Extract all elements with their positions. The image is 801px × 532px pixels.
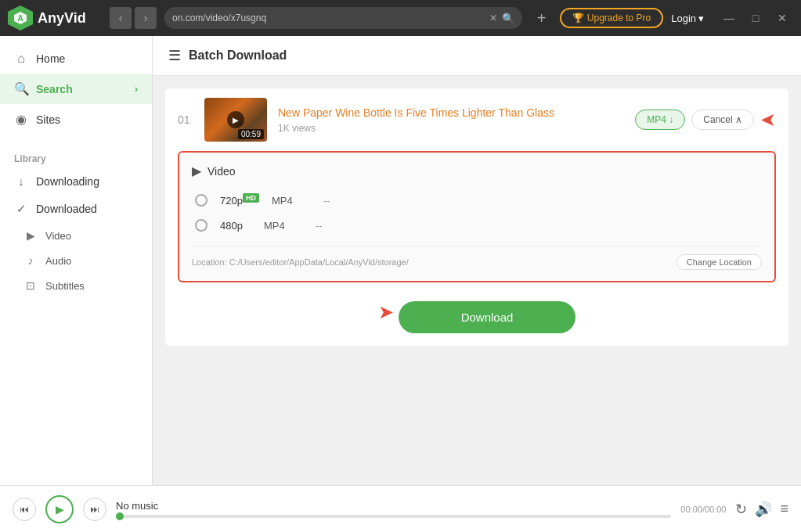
next-track-button[interactable]: ⏭ [83, 498, 106, 521]
search-icon: 🔍 [14, 81, 28, 96]
video-number: 01 [178, 113, 193, 126]
video-format-icon: ▶ [192, 164, 201, 178]
title-bar: A AnyVid ‹ › on.com/video/x7usgnq ✕ 🔍 + … [0, 0, 801, 36]
maximize-button[interactable]: □ [745, 7, 767, 29]
volume-button[interactable]: 🔊 [755, 501, 772, 518]
format-resolution-480p: 480p [220, 220, 251, 232]
format-location: Location: C:/Users/editor/AppData/Local/… [192, 246, 762, 270]
sidebar-item-home[interactable]: ⌂ Home [0, 44, 152, 74]
video-icon: ▶ [23, 229, 38, 242]
chevron-down-icon: ▾ [698, 13, 704, 24]
sidebar-sub-item-video[interactable]: ▶ Video [0, 223, 152, 248]
download-btn-container: ➤ Download [165, 295, 788, 346]
repeat-button[interactable]: ↻ [735, 501, 747, 518]
sidebar-item-sites[interactable]: ◉ Sites [0, 104, 152, 135]
format-size-480p: -- [316, 220, 323, 232]
sidebar-arrow-icon: › [135, 84, 138, 95]
format-resolution-720p: 720pHD [220, 194, 259, 207]
batch-header: ☰ Batch Download [153, 36, 801, 76]
batch-icon: ☰ [168, 47, 181, 64]
player-progress [116, 515, 671, 518]
forward-button[interactable]: › [135, 7, 157, 29]
sidebar-item-search[interactable]: 🔍 Search › [0, 74, 152, 104]
format-section-title: ▶ Video [192, 164, 762, 178]
library-section-label: Library [0, 147, 152, 167]
format-row-720p: 720pHD MP4 -- [192, 188, 762, 213]
video-meta: 1K views [278, 123, 624, 134]
location-text: Location: C:/Users/editor/AppData/Local/… [192, 257, 409, 267]
progress-dot [116, 512, 124, 520]
mp4-button[interactable]: MP4 ↓ [635, 110, 685, 130]
svg-text:A: A [17, 14, 23, 23]
home-icon: ⌂ [14, 52, 28, 66]
cancel-button[interactable]: Cancel ∧ [691, 110, 754, 130]
check-icon: ✓ [14, 202, 28, 216]
format-radio-720p[interactable] [195, 194, 207, 207]
batch-title: Batch Download [189, 49, 287, 63]
subtitles-icon: ⊡ [23, 279, 38, 292]
player-title: No music [116, 500, 671, 512]
progress-bar[interactable] [116, 515, 671, 518]
sites-icon: ◉ [14, 112, 28, 127]
video-title: New Paper Wine Bottle Is Five Times Ligh… [278, 106, 624, 120]
video-card: 01 ▶ 00:59 New Paper Wine Bottle Is Five… [165, 88, 788, 346]
content-area: ☰ Batch Download 01 ▶ 00:59 New Paper Wi… [153, 36, 801, 485]
arrow-indicator-right: ➤ [760, 109, 776, 131]
minimize-button[interactable]: — [718, 7, 740, 29]
audio-icon: ♪ [23, 254, 38, 267]
url-bar[interactable]: on.com/video/x7usgnq ✕ 🔍 [164, 7, 522, 29]
nav-arrows: ‹ › [110, 7, 157, 29]
change-location-button[interactable]: Change Location [677, 254, 762, 270]
main-layout: ⌂ Home 🔍 Search › ◉ Sites Library ↓ Down… [0, 36, 801, 485]
tab-close-icon[interactable]: ✕ [489, 13, 497, 23]
logo-icon: A [8, 5, 33, 31]
format-radio-480p[interactable] [195, 219, 207, 232]
url-text: on.com/video/x7usgnq [172, 13, 485, 23]
player-right-controls: ↻ 🔊 ≡ [735, 501, 788, 518]
sidebar: ⌂ Home 🔍 Search › ◉ Sites Library ↓ Down… [0, 36, 153, 485]
close-button[interactable]: ✕ [771, 7, 793, 29]
video-duration: 00:59 [238, 129, 264, 139]
prev-track-button[interactable]: ⏮ [13, 498, 36, 521]
sidebar-item-downloaded[interactable]: ✓ Downloaded [0, 195, 152, 223]
play-pause-button[interactable]: ▶ [45, 495, 74, 523]
search-icon[interactable]: 🔍 [502, 13, 514, 24]
playlist-button[interactable]: ≡ [780, 501, 788, 517]
video-info: New Paper Wine Bottle Is Five Times Ligh… [278, 106, 624, 134]
sidebar-sub-item-audio[interactable]: ♪ Audio [0, 248, 152, 273]
player-time: 00:00/00:00 [680, 505, 726, 514]
player-bar: ⏮ ▶ ⏭ No music 00:00/00:00 ↻ 🔊 ≡ [0, 485, 801, 532]
arrow-indicator-download: ➤ [378, 301, 394, 333]
play-overlay-icon: ▶ [227, 111, 244, 128]
format-row-480p: 480p MP4 -- [192, 213, 762, 238]
sidebar-sub-item-subtitles[interactable]: ⊡ Subtitles [0, 273, 152, 298]
player-info: No music [116, 500, 671, 518]
upgrade-button[interactable]: 🏆 Upgrade to Pro [560, 8, 663, 28]
back-button[interactable]: ‹ [110, 7, 132, 29]
format-type-720p: MP4 [272, 195, 311, 207]
sidebar-item-downloading[interactable]: ↓ Downloading [0, 167, 152, 195]
new-tab-button[interactable]: + [530, 7, 552, 29]
app-name: AnyVid [38, 10, 86, 27]
logo-area: A AnyVid [8, 5, 102, 31]
format-selection-box: ▶ Video 720pHD MP4 -- 480p MP4 [178, 151, 776, 282]
download-button[interactable]: Download [399, 301, 576, 333]
format-type-480p: MP4 [264, 220, 303, 232]
download-icon: ↓ [14, 174, 28, 188]
format-size-720p: -- [323, 195, 330, 207]
content-scroll: 01 ▶ 00:59 New Paper Wine Bottle Is Five… [153, 76, 801, 485]
login-button[interactable]: Login ▾ [671, 13, 704, 24]
video-header: 01 ▶ 00:59 New Paper Wine Bottle Is Five… [165, 88, 788, 151]
window-controls: — □ ✕ [718, 7, 793, 29]
hd-badge: HD [243, 193, 259, 203]
video-thumbnail: ▶ 00:59 [204, 98, 267, 142]
video-actions: MP4 ↓ Cancel ∧ ➤ [635, 109, 776, 131]
